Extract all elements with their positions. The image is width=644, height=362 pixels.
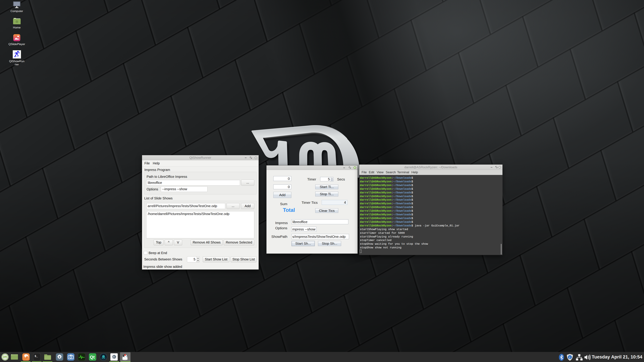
svg-text:Qt: Qt bbox=[90, 355, 95, 360]
svg-text:$_: $_ bbox=[34, 355, 38, 358]
svg-text:i: i bbox=[569, 356, 570, 359]
